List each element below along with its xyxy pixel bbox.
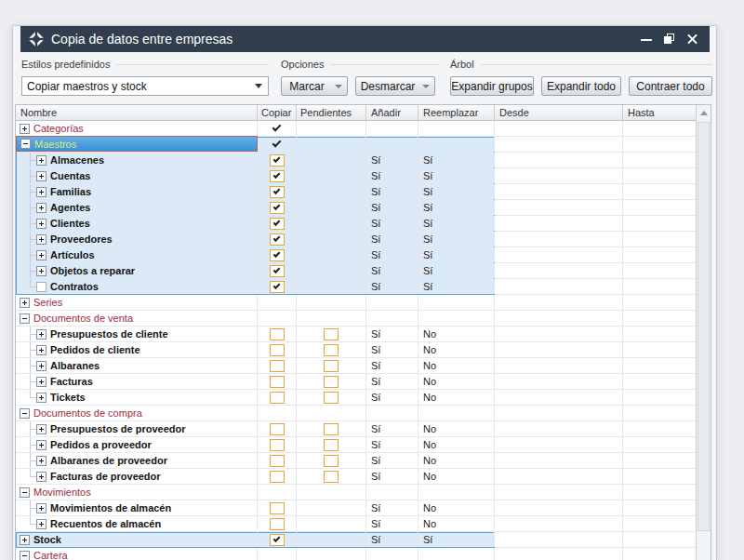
scroll-thumb[interactable]	[698, 122, 710, 531]
copiar-checkbox[interactable]	[270, 154, 285, 167]
contraer-todo-button[interactable]: Contraer todo	[629, 76, 712, 96]
cell-anadir[interactable]: Sí	[366, 216, 418, 231]
expand-icon[interactable]	[36, 361, 46, 371]
cell-anadir[interactable]: Sí	[366, 437, 418, 452]
cell-reemplazar[interactable]: No	[418, 421, 495, 436]
cell-nombre[interactable]: Documentos de venta	[16, 311, 258, 326]
copiar-checkbox[interactable]	[270, 328, 285, 340]
cell-reemplazar[interactable]: No	[418, 516, 495, 531]
cell-anadir[interactable]: Sí	[366, 342, 418, 357]
expand-icon[interactable]	[36, 187, 46, 197]
cell-copiar[interactable]	[258, 153, 297, 167]
header-cell-reemplazar[interactable]: Reemplazar	[418, 105, 495, 120]
combo-dropdown-icon[interactable]	[255, 84, 262, 88]
cell-anadir[interactable]: Sí	[366, 390, 418, 405]
expand-icon[interactable]	[20, 124, 30, 134]
cell-copiar[interactable]	[258, 548, 297, 560]
copiar-checkbox[interactable]	[270, 455, 285, 467]
cell-anadir[interactable]: Sí	[366, 279, 418, 294]
copiar-checkbox[interactable]	[270, 265, 285, 277]
cell-anadir[interactable]: Sí	[366, 374, 418, 389]
copiar-checkbox[interactable]	[270, 170, 285, 182]
copiar-checkbox[interactable]	[270, 360, 285, 372]
cell-nombre[interactable]: Movimientos de almacén	[16, 500, 258, 515]
cell-pendientes[interactable]	[297, 453, 366, 468]
expand-icon[interactable]	[36, 424, 46, 434]
copiar-checkbox[interactable]	[270, 439, 285, 451]
cell-pendientes[interactable]	[297, 421, 366, 436]
cell-reemplazar[interactable]: Sí	[418, 184, 495, 199]
cell-pendientes[interactable]	[297, 358, 366, 373]
cell-nombre[interactable]: Agentes	[16, 200, 258, 215]
cell-reemplazar[interactable]: No	[418, 358, 495, 373]
cell-anadir[interactable]: Sí	[366, 516, 418, 531]
cell-copiar[interactable]	[258, 327, 297, 341]
pendientes-checkbox[interactable]	[324, 376, 339, 388]
copiar-checkbox[interactable]	[270, 202, 285, 214]
cell-nombre[interactable]: Proveedores	[16, 232, 258, 247]
copiar-checkbox[interactable]	[270, 281, 285, 293]
cell-reemplazar[interactable]: No	[418, 500, 495, 515]
copiar-checkbox[interactable]	[270, 392, 285, 404]
expand-icon[interactable]	[36, 377, 46, 387]
cell-copiar[interactable]	[258, 232, 297, 247]
cell-anadir[interactable]: Sí	[366, 184, 418, 199]
expand-icon[interactable]	[36, 203, 46, 213]
pendientes-checkbox[interactable]	[324, 423, 339, 435]
copiar-checkbox[interactable]	[270, 518, 285, 530]
cell-nombre[interactable]: Albaranes de proveedor	[16, 453, 258, 468]
cell-reemplazar[interactable]: Sí	[418, 232, 495, 247]
marcar-button[interactable]: Marcar	[281, 76, 348, 96]
cell-reemplazar[interactable]: Sí	[418, 247, 495, 262]
cell-pendientes[interactable]	[297, 327, 366, 341]
cell-copiar[interactable]	[258, 279, 297, 294]
cell-nombre[interactable]: Categorías	[16, 121, 258, 136]
cell-copiar[interactable]	[258, 437, 297, 452]
cell-copiar[interactable]	[258, 216, 297, 231]
pendientes-checkbox[interactable]	[324, 455, 339, 467]
expand-icon[interactable]	[36, 472, 46, 482]
expand-icon[interactable]	[36, 219, 46, 229]
cell-copiar[interactable]	[258, 263, 297, 278]
cell-copiar[interactable]	[258, 485, 297, 500]
expandir-todo-button[interactable]: Expandir todo	[541, 76, 621, 96]
cell-copiar[interactable]	[258, 311, 297, 326]
cell-copiar[interactable]	[258, 421, 297, 436]
cell-nombre[interactable]: Facturas	[16, 374, 258, 389]
header-cell-desde[interactable]: Desde	[495, 105, 623, 120]
cell-nombre[interactable]: Pedidos de cliente	[16, 342, 258, 357]
cell-reemplazar[interactable]: No	[418, 453, 495, 468]
cell-pendientes[interactable]	[297, 390, 366, 405]
cell-nombre[interactable]: Movimientos	[16, 485, 258, 500]
pendientes-checkbox[interactable]	[324, 360, 339, 372]
cell-copiar[interactable]	[258, 516, 297, 531]
cell-nombre[interactable]: Clientes	[16, 216, 258, 231]
cell-anadir[interactable]: Sí	[366, 168, 418, 183]
cell-anadir[interactable]: Sí	[366, 232, 418, 247]
expand-icon[interactable]	[20, 298, 30, 308]
cell-anadir[interactable]: Sí	[366, 153, 418, 167]
cell-nombre[interactable]: Cuentas	[16, 168, 258, 183]
cell-nombre[interactable]: Objetos a reparar	[16, 263, 258, 278]
cell-anadir[interactable]: Sí	[366, 327, 418, 341]
expand-icon[interactable]	[36, 345, 46, 355]
cell-anadir[interactable]: Sí	[366, 469, 418, 484]
cell-nombre[interactable]: Presupuestos de cliente	[16, 327, 258, 341]
collapse-icon[interactable]	[20, 551, 30, 560]
cell-nombre[interactable]: Almacenes	[16, 153, 258, 167]
cell-reemplazar[interactable]: No	[418, 469, 495, 484]
pendientes-checkbox[interactable]	[324, 439, 339, 451]
cell-anadir[interactable]: Sí	[366, 532, 418, 547]
expand-icon[interactable]	[36, 155, 46, 166]
cell-reemplazar[interactable]: Sí	[418, 263, 495, 278]
pendientes-checkbox[interactable]	[324, 392, 339, 404]
expand-icon[interactable]	[36, 440, 46, 450]
cell-nombre[interactable]: Tickets	[16, 390, 258, 405]
cell-nombre[interactable]: Maestros	[16, 136, 258, 152]
expand-icon[interactable]	[36, 503, 46, 513]
cell-pendientes[interactable]	[297, 469, 366, 484]
header-cell-copiar[interactable]: Copiar	[258, 105, 297, 120]
cell-reemplazar[interactable]: No	[418, 374, 495, 389]
copiar-checkbox[interactable]	[270, 218, 285, 230]
expand-icon[interactable]	[36, 266, 46, 276]
